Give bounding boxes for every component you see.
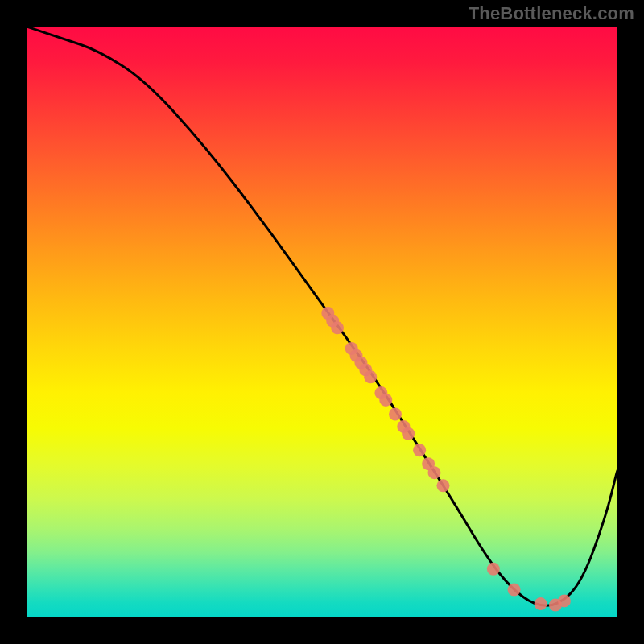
bottleneck-curve [27, 27, 617, 605]
data-point-marker [389, 408, 402, 421]
data-point-marker [402, 427, 415, 440]
data-point-marker [436, 479, 449, 492]
data-points-layer [321, 307, 571, 612]
data-point-marker [487, 563, 500, 576]
data-point-marker [364, 370, 377, 383]
data-point-marker [558, 594, 571, 607]
chart-frame: TheBottleneck.com [0, 0, 644, 644]
data-point-marker [427, 466, 440, 479]
data-point-marker [331, 321, 344, 334]
plot-area [27, 27, 617, 617]
chart-svg [27, 27, 617, 617]
attribution-text: TheBottleneck.com [469, 3, 634, 24]
data-point-marker [535, 597, 547, 610]
data-point-marker [379, 394, 392, 407]
data-point-marker [413, 444, 426, 456]
data-point-marker [508, 584, 521, 597]
